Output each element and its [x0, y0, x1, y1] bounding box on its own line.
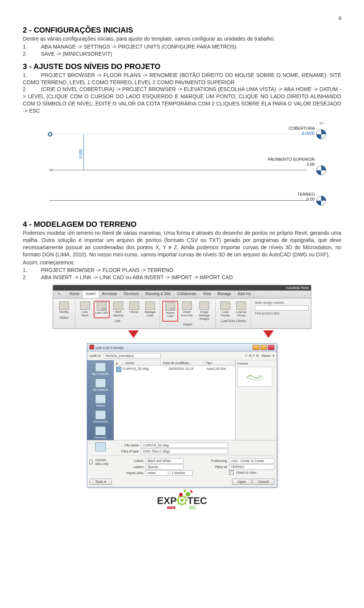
seek-text: Seek design content — [255, 301, 309, 305]
import-cad-button[interactable]: Import CAD — [162, 301, 178, 321]
place-my-computer[interactable]: My Computer — [87, 362, 114, 376]
tab-massing[interactable]: Massing & Site — [142, 291, 174, 298]
s4-step-1: 1.PROJECT BROWSER -> FLOOR PLANS -> TERR… — [23, 267, 341, 274]
group-link: Link — [78, 319, 157, 323]
file-list[interactable]: ▴ Nome Data de modificaç... Tipo CURVAS_… — [114, 360, 235, 440]
page-number: 4 — [23, 15, 341, 21]
elev-3d-label: 3D — [319, 121, 324, 125]
manage-links-button[interactable]: Manage Links — [143, 301, 157, 318]
tools-button[interactable]: Tools ▾ — [89, 479, 112, 485]
tab-insert[interactable]: Insert — [83, 291, 99, 298]
red-arrow-icon — [263, 330, 274, 338]
insert-from-file-button[interactable]: Insert from File — [180, 301, 194, 321]
open-button[interactable]: Open — [232, 479, 252, 485]
red-arrow-icon — [128, 330, 139, 338]
layers-label: Layers: — [122, 465, 144, 469]
level-label-pavsup: PAVIMENTO SUPERIOR 3.00 — [268, 157, 315, 167]
tab-manage[interactable]: Manage — [215, 291, 235, 298]
placeat-field[interactable]: TERREO — [229, 464, 275, 470]
dimension-line — [83, 134, 84, 170]
places-bar: My Computer My Network History Documents… — [87, 360, 114, 440]
seek-input[interactable] — [255, 305, 309, 311]
place-desktop[interactable]: Desktop — [87, 441, 114, 456]
orient-checkbox[interactable] — [229, 470, 234, 475]
tab-structure[interactable]: Structure — [121, 291, 143, 298]
col-name[interactable]: Nome — [123, 360, 161, 366]
place-history[interactable]: History — [87, 394, 114, 408]
orient-label: Orient to View — [236, 471, 256, 474]
lookin-label: Look in: — [89, 354, 102, 358]
level-line-cobertura — [49, 134, 307, 134]
tab-annotate[interactable]: Annotate — [99, 291, 121, 298]
nav-icons[interactable]: ⇦ 🗀 ✕ 🗀 — [245, 354, 259, 357]
s3-step-1: 1.PROJECT BROWSER -> FLOOR PLANS -> RENO… — [23, 72, 341, 86]
filename-field[interactable]: CURVAS_3D.dwg — [141, 443, 228, 448]
units-field[interactable]: meter — [146, 470, 168, 476]
dwg-file-icon — [116, 367, 121, 372]
units-label: Import units: — [122, 471, 144, 475]
level-marker-icon — [316, 165, 326, 175]
level-node — [48, 132, 52, 137]
place-documents[interactable]: Documents — [87, 410, 114, 424]
group-import: Import — [162, 322, 213, 326]
preview-box — [237, 367, 272, 386]
tab-view[interactable]: View — [200, 291, 215, 298]
link-cad-dialog: Link CAD Formats Look in: Terreno_exempl… — [87, 343, 277, 487]
level-label-terreo: TERREO 0.00 — [297, 192, 315, 202]
s3-step-2: 2.(CRIE O NÍVEL COBERTURA) -> PROJECT BR… — [23, 86, 341, 115]
level-line-pavsup — [49, 170, 307, 170]
ribbon-app-title: Autodesk Revit — [53, 285, 311, 291]
heading-section-3: 3 - AJUSTE DOS NÍVEIS DO PROJETO — [23, 62, 341, 71]
units-scale-field[interactable]: 1.000000 — [170, 470, 193, 476]
file-row[interactable]: CURVAS_3D.dwg 15/03/2010 10:14 AutoCAD D… — [114, 366, 235, 373]
tab-collaborate[interactable]: Collaborate — [174, 291, 200, 298]
cursor-icon: ↖ — [53, 291, 66, 298]
col-date[interactable]: Data de modificaç... — [161, 360, 204, 366]
tab-home[interactable]: Home — [66, 291, 83, 298]
current-view-checkbox[interactable] — [89, 460, 93, 464]
tab-addins[interactable]: Add-Ins — [235, 291, 254, 298]
section-4-intro: Podemos modelar um terreno no Revit de v… — [23, 229, 341, 258]
col-type[interactable]: Tipo — [204, 360, 235, 366]
find-product-text: Find product desi — [255, 311, 309, 315]
positioning-label: Positioning: — [204, 459, 228, 463]
layers-field[interactable]: Specify... — [146, 464, 184, 470]
ribbon-screenshot: Autodesk Revit ↖ Home Insert Annotate St… — [53, 285, 311, 328]
heading-section-2: 2 - CONFIGURAÇÕES INICIAIS — [23, 26, 341, 35]
filetype-field[interactable]: DWG Files (*.dwg) — [141, 449, 228, 454]
preview-label: Preview — [237, 362, 275, 365]
dwf-markup-button[interactable]: DWF Markup — [111, 301, 126, 318]
link-cad-button[interactable]: Link CAD — [94, 301, 110, 318]
place-my-network[interactable]: My Network — [87, 378, 114, 392]
window-buttons[interactable] — [253, 345, 275, 350]
logo-year: 2011 — [188, 506, 197, 509]
level-marker-icon — [316, 196, 326, 206]
place-favorites[interactable]: Favorites — [87, 426, 114, 440]
current-view-label: Current view only — [95, 458, 111, 466]
svg-point-1 — [180, 498, 184, 502]
logo-text-left: EXP — [157, 495, 177, 506]
positioning-field[interactable]: Auto - Center to Center — [229, 458, 275, 463]
s2-step-1: 1.ABA MANAGE -> SETTINGS -> PROJECT UNIT… — [23, 43, 341, 50]
s4-step-2: 2.ABA INSERT -> LINK -> LINK CAD ou ABA … — [23, 274, 341, 281]
section-4-assim: Assim, começaremos: — [23, 259, 341, 266]
lookin-field[interactable]: Terreno_exemplos — [104, 353, 161, 358]
colors-field[interactable]: Black and White — [146, 458, 184, 463]
level-line-terreo — [49, 200, 307, 201]
filetype-label: Files of type: — [118, 449, 140, 453]
heading-section-4: 4 - MODELAGEM DO TERRENO — [23, 220, 341, 229]
views-dropdown[interactable]: Views — [261, 354, 270, 358]
load-family-button[interactable]: Load Family — [218, 301, 232, 318]
image-manage-button[interactable]: Image Manage Images — [196, 301, 213, 321]
level-marker-icon — [316, 129, 326, 139]
dimension-value: 3.000 — [79, 149, 83, 159]
load-as-group-button[interactable]: Load as Group — [234, 301, 248, 318]
expotec-logo: EXPTEC IFRN 2011 — [157, 495, 207, 509]
decal-button[interactable]: Decal — [127, 301, 141, 318]
modify-button[interactable]: Modify — [57, 301, 71, 315]
link-revit-button[interactable]: Link Revit — [78, 301, 92, 318]
svg-line-8 — [178, 503, 180, 504]
filename-label: File name: — [118, 443, 140, 447]
dialog-title: Link CAD Formats — [89, 345, 124, 350]
cancel-button[interactable]: Cancel — [253, 479, 275, 485]
